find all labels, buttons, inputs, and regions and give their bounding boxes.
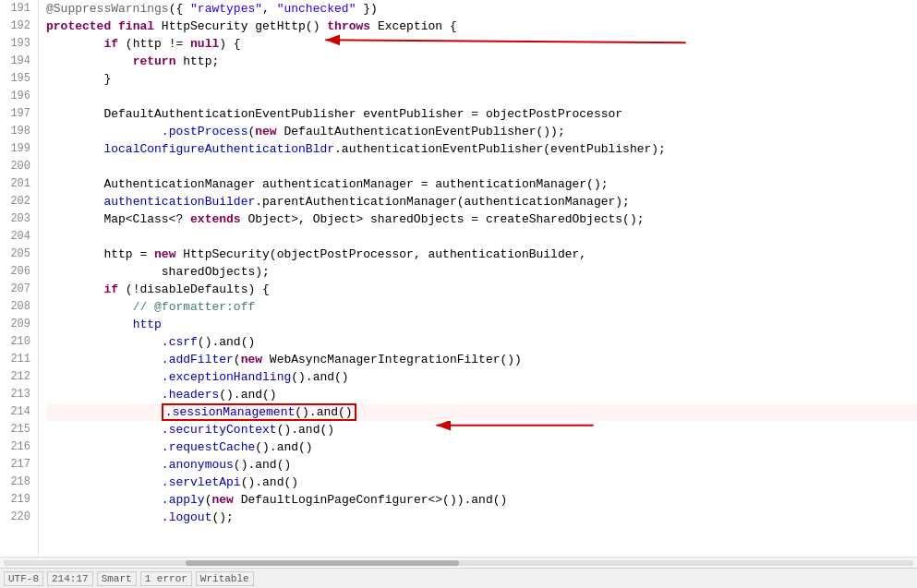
code-token (46, 509, 162, 526)
code-line: protected final HttpSecurity getHttp() t… (46, 18, 917, 35)
line-number: 202 (4, 193, 30, 210)
code-token: new (255, 123, 276, 140)
code-token: ().and() (198, 333, 255, 351)
code-token (46, 403, 162, 421)
line-number: 218 (4, 474, 30, 491)
code-token: ( (247, 123, 255, 140)
horizontal-scrollbar[interactable] (0, 557, 917, 568)
code-token: extends (190, 210, 241, 228)
code-token: .authenticationEventPublisher(eventPubli… (334, 140, 666, 158)
line-number: 207 (4, 281, 30, 298)
code-line: .servletApi().and() (46, 474, 917, 491)
line-number: 216 (4, 438, 30, 456)
code-token: .postProcess (162, 123, 248, 140)
code-token: .sessionManagement (165, 405, 295, 419)
code-token: localConfigureAuthenticationBldr (103, 140, 334, 158)
code-token (46, 438, 162, 456)
code-line: .sessionManagement().and() (46, 403, 917, 421)
code-line: .postProcess(new DefaultAuthenticationEv… (46, 123, 917, 140)
code-token: if (103, 281, 118, 298)
code-line: .securityContext().and() (46, 421, 917, 438)
code-token: Object>, Object> sharedObjects = createS… (241, 210, 645, 228)
code-token: HttpSecurity(objectPostProcessor, authen… (175, 246, 586, 263)
code-token (46, 368, 162, 386)
code-token: ().and() (234, 456, 291, 474)
code-line: DefaultAuthenticationEventPublisher even… (46, 105, 917, 123)
code-token (46, 386, 162, 403)
code-line: localConfigureAuthenticationBldr.authent… (46, 140, 917, 158)
code-token: , (262, 0, 277, 18)
code-token: null (190, 35, 219, 53)
code-token (46, 351, 162, 368)
code-line: @SuppressWarnings({ "rawtypes", "uncheck… (46, 0, 917, 18)
code-token: DefaultAuthenticationEventPublisher even… (46, 105, 622, 123)
code-token: .servletApi (162, 474, 241, 491)
line-number: 200 (4, 158, 30, 175)
code-token (46, 123, 162, 140)
code-token: final (118, 18, 154, 35)
line-number: 201 (4, 175, 30, 193)
code-token (46, 140, 103, 158)
code-token: ) { (219, 35, 240, 53)
code-line: http (46, 316, 917, 333)
line-number: 191 (4, 0, 30, 18)
code-token: sharedObjects); (46, 263, 270, 281)
code-token: (!disableDefaults) { (118, 281, 270, 298)
code-token: ().and() (277, 421, 334, 438)
code-token: authenticationBuilder (103, 193, 255, 210)
code-token (46, 456, 162, 474)
code-token: ().and() (295, 405, 352, 419)
code-content[interactable]: @SuppressWarnings({ "rawtypes", "uncheck… (39, 0, 917, 557)
line-number: 197 (4, 105, 30, 123)
code-line: return http; (46, 53, 917, 70)
line-number: 198 (4, 123, 30, 140)
code-token: Map<Class<? (46, 210, 190, 228)
code-token: (http != (118, 35, 190, 53)
code-token (46, 298, 133, 316)
status-errors: 1 error (140, 571, 192, 586)
code-token: ().and() (291, 368, 348, 386)
code-token: .anonymous (162, 456, 234, 474)
scrollbar-thumb[interactable] (186, 560, 459, 566)
code-lines: @SuppressWarnings({ "rawtypes", "uncheck… (46, 0, 917, 526)
code-line: http = new HttpSecurity(objectPostProces… (46, 246, 917, 263)
code-token: "rawtypes" (190, 0, 262, 18)
code-token: new (241, 351, 262, 368)
code-line: .anonymous().and() (46, 456, 917, 474)
code-line: .apply(new DefaultLoginPageConfigurer<>(… (46, 491, 917, 509)
code-token: .requestCache (162, 438, 255, 456)
line-number: 192 (4, 18, 30, 35)
code-token: http; (175, 53, 219, 70)
code-line: // @formatter:off (46, 298, 917, 316)
code-token (46, 474, 162, 491)
code-token: DefaultLoginPageConfigurer<>()).and() (234, 491, 507, 509)
code-token (46, 35, 103, 53)
line-number: 195 (4, 70, 30, 88)
code-token: AuthenticationManager authenticationMana… (46, 175, 609, 193)
code-token: DefaultAuthenticationEventPublisher()); (277, 123, 565, 140)
code-line (46, 88, 917, 105)
line-number: 193 (4, 35, 30, 53)
code-line (46, 228, 917, 246)
editor: 1911921931941951961971981992002012022032… (0, 0, 917, 588)
code-token: ().and() (219, 386, 276, 403)
code-token (46, 193, 103, 210)
code-token (46, 53, 133, 70)
code-token: http (133, 316, 162, 333)
line-number: 199 (4, 140, 30, 158)
scrollbar-track[interactable] (4, 560, 913, 566)
code-token: "unchecked" (277, 0, 356, 18)
code-token (46, 421, 162, 438)
line-number: 215 (4, 421, 30, 438)
line-number: 212 (4, 368, 30, 386)
code-token: .headers (162, 386, 219, 403)
code-line: authenticationBuilder.parentAuthenticati… (46, 193, 917, 210)
code-token: ().and() (241, 474, 298, 491)
line-number: 210 (4, 333, 30, 351)
code-line: .exceptionHandling().and() (46, 368, 917, 386)
status-encoding: UTF-8 (4, 571, 43, 586)
code-line: .addFilter(new WebAsyncManagerIntegratio… (46, 351, 917, 368)
code-token: .securityContext (162, 421, 277, 438)
line-number: 219 (4, 491, 30, 509)
code-line: Map<Class<? extends Object>, Object> sha… (46, 210, 917, 228)
